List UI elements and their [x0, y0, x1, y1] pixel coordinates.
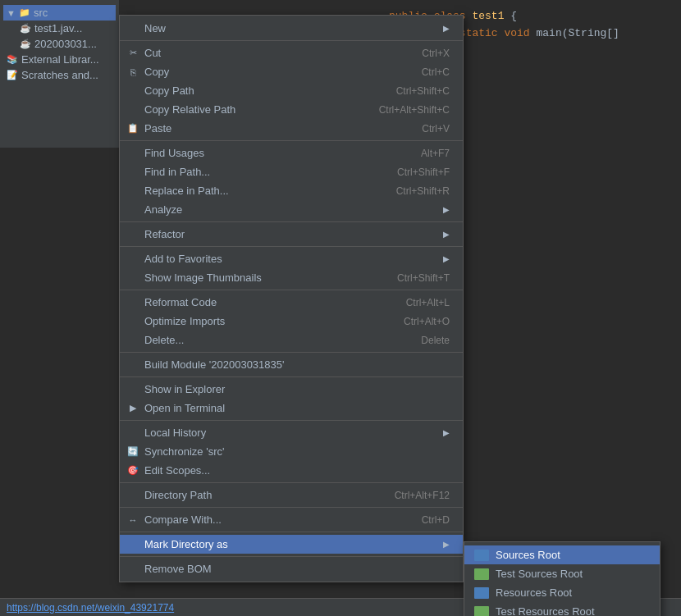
separator-5 — [120, 290, 463, 290]
tree-item-label: External Librar... — [21, 53, 99, 66]
menu-item-synchronize[interactable]: 🔄 Synchronize 'src' — [120, 442, 463, 461]
separator-6 — [120, 352, 463, 353]
submenu-item-resources-root[interactable]: Resources Root — [464, 583, 660, 602]
menu-item-optimize-imports[interactable]: Optimize Imports Ctrl+Alt+O — [120, 312, 463, 331]
menu-item-show-in-explorer[interactable]: Show in Explorer — [120, 380, 463, 399]
menu-item-replace-in-path[interactable]: Replace in Path... Ctrl+Shift+R — [120, 181, 463, 200]
submenu-item-sources-root[interactable]: Sources Root — [464, 545, 660, 564]
menu-item-paste[interactable]: 📋 Paste Ctrl+V — [120, 119, 463, 138]
tree-item-label: src — [34, 7, 48, 19]
menu-item-edit-scopes[interactable]: 🎯 Edit Scopes... — [120, 461, 463, 480]
tree-item-scratches[interactable]: 📝 Scratches and... — [3, 67, 116, 83]
menu-item-show-image-thumbnails[interactable]: Show Image Thumbnails Ctrl+Shift+T — [120, 268, 463, 287]
menu-item-copy[interactable]: ⎘ Copy Ctrl+C — [120, 62, 463, 81]
menu-item-remove-bom[interactable]: Remove BOM — [120, 559, 463, 578]
tree-item-test1[interactable]: ☕ test1.jav... — [3, 21, 116, 36]
scratch-icon: 📝 — [7, 70, 18, 80]
folder-icon: 📁 — [19, 7, 30, 18]
menu-item-refactor[interactable]: Refactor ▶ — [120, 225, 463, 244]
context-menu: New ▶ ✂ Cut Ctrl+X ⎘ Copy Ctrl+C Copy Pa… — [119, 15, 464, 582]
java-file-icon: ☕ — [20, 39, 31, 49]
arrow-icon: ▶ — [443, 205, 450, 214]
separator-1 — [120, 40, 463, 41]
menu-item-delete[interactable]: Delete... Delete — [120, 331, 463, 349]
separator-9 — [120, 482, 463, 483]
resources-root-icon — [474, 587, 489, 599]
menu-item-reformat-code[interactable]: Reformat Code Ctrl+Alt+L — [120, 293, 463, 312]
submenu-item-label: Sources Root — [496, 549, 560, 561]
sync-icon: 🔄 — [126, 446, 139, 457]
tree-item-2020[interactable]: ☕ 202003031... — [3, 36, 116, 52]
tree-item-label: 202003031... — [34, 38, 97, 50]
menu-item-cut[interactable]: ✂ Cut Ctrl+X — [120, 43, 463, 62]
menu-item-add-to-favorites[interactable]: Add to Favorites ▶ — [120, 249, 463, 268]
tree-item-label: Scratches and... — [21, 69, 98, 81]
arrow-icon: ▶ — [443, 24, 450, 33]
tree-item-external-libs[interactable]: 📚 External Librar... — [3, 52, 116, 67]
menu-item-find-in-path[interactable]: Find in Path... Ctrl+Shift+F — [120, 162, 463, 181]
sources-root-icon — [474, 550, 489, 561]
submenu-item-label: Resources Root — [496, 586, 572, 599]
arrow-icon: ▶ — [443, 540, 450, 549]
cut-icon: ✂ — [126, 48, 139, 58]
arrow-icon: ▶ — [443, 254, 450, 263]
separator-7 — [120, 376, 463, 377]
copy-icon: ⎘ — [126, 67, 139, 77]
menu-item-open-in-terminal[interactable]: ▶ Open in Terminal — [120, 399, 463, 418]
menu-item-copy-path[interactable]: Copy Path Ctrl+Shift+C — [120, 81, 463, 100]
separator-4 — [120, 246, 463, 247]
file-tree: ▼ 📁 src ☕ test1.jav... ☕ 202003031... 📚 … — [0, 0, 119, 148]
separator-8 — [120, 420, 463, 421]
expand-icon: ▼ — [7, 8, 16, 18]
mark-directory-submenu: Sources Root Test Sources Root Resources… — [464, 541, 660, 616]
menu-item-find-usages[interactable]: Find Usages Alt+F7 — [120, 144, 463, 162]
scope-icon: 🎯 — [126, 465, 139, 476]
library-icon: 📚 — [7, 54, 18, 65]
terminal-icon: ▶ — [126, 403, 139, 413]
compare-icon: ↔ — [126, 515, 139, 525]
arrow-icon: ▶ — [443, 428, 450, 437]
menu-item-compare-with[interactable]: ↔ Compare With... Ctrl+D — [120, 510, 463, 529]
test-sources-root-icon — [474, 568, 489, 580]
tree-item-label: test1.jav... — [34, 22, 82, 34]
submenu-item-test-sources-root[interactable]: Test Sources Root — [464, 564, 660, 583]
separator-10 — [120, 507, 463, 508]
status-url[interactable]: https://blog.csdn.net/weixin_43921774 — [7, 602, 174, 614]
menu-item-build-module[interactable]: Build Module '202003031835' — [120, 355, 463, 374]
menu-item-analyze[interactable]: Analyze ▶ — [120, 200, 463, 219]
menu-item-new[interactable]: New ▶ — [120, 19, 463, 38]
menu-item-copy-relative-path[interactable]: Copy Relative Path Ctrl+Alt+Shift+C — [120, 100, 463, 119]
paste-icon: 📋 — [126, 123, 139, 134]
menu-item-mark-directory-as[interactable]: Mark Directory as ▶ — [120, 535, 463, 554]
test-resources-root-icon — [474, 606, 489, 617]
submenu-item-test-resources-root[interactable]: Test Resources Root — [464, 602, 660, 616]
submenu-item-label: Test Resources Root — [496, 605, 595, 616]
menu-item-directory-path[interactable]: Directory Path Ctrl+Alt+F12 — [120, 486, 463, 504]
arrow-icon: ▶ — [443, 230, 450, 239]
separator-2 — [120, 140, 463, 141]
submenu-item-label: Test Sources Root — [496, 568, 583, 580]
separator-11 — [120, 532, 463, 532]
menu-item-local-history[interactable]: Local History ▶ — [120, 423, 463, 442]
tree-item-src[interactable]: ▼ 📁 src — [3, 5, 116, 21]
java-file-icon: ☕ — [20, 23, 31, 34]
separator-3 — [120, 221, 463, 222]
separator-12 — [120, 556, 463, 557]
